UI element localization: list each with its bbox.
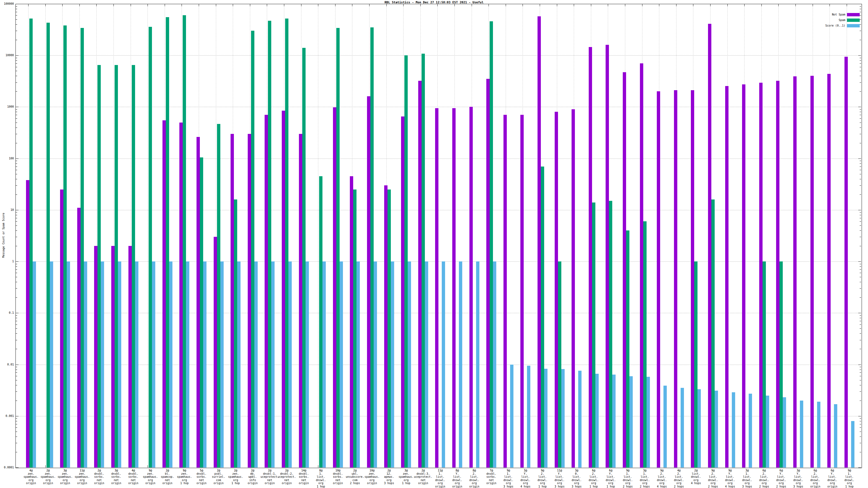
- y-tick-minor: [16, 385, 17, 385]
- y-tick-minor: [860, 376, 861, 376]
- y-tick-minor: [16, 333, 17, 334]
- y-tick-minor: [860, 163, 861, 164]
- y-tick-minor: [860, 31, 861, 31]
- y-tick-minor: [860, 6, 861, 7]
- y-tick-minor: [16, 212, 17, 213]
- y-tick-minor: [860, 91, 861, 92]
- y-tick-minor: [860, 143, 861, 143]
- y-tick-minor: [860, 427, 861, 428]
- y-tick-minor: [860, 391, 861, 392]
- bar-not-spam: [674, 90, 677, 467]
- bar-not-spam: [401, 117, 404, 467]
- y-tick-label: 10: [0, 208, 14, 212]
- bar-score: [135, 261, 138, 467]
- y-tick-minor: [16, 31, 17, 31]
- bar-score: [800, 400, 803, 467]
- bar-not-spam: [435, 108, 438, 467]
- bar-not-spam: [469, 107, 473, 467]
- x-tick: [267, 4, 267, 6]
- y-tick-major: [16, 261, 19, 262]
- bar-not-spam: [725, 86, 728, 467]
- x-tick: [233, 4, 233, 6]
- y-tick-major: [16, 210, 19, 210]
- y-tick-minor: [16, 418, 17, 419]
- x-tick: [131, 4, 131, 6]
- bar-spam: [694, 261, 698, 467]
- y-tick-minor: [860, 385, 861, 385]
- y-tick-minor: [16, 163, 17, 164]
- legend-label: Spam: [839, 18, 845, 22]
- bar-not-spam: [128, 246, 132, 467]
- y-tick-minor: [860, 63, 861, 64]
- x-tick: [45, 465, 46, 467]
- y-tick-minor: [16, 143, 17, 143]
- bar-spam: [285, 19, 288, 467]
- y-tick-minor: [16, 71, 17, 71]
- x-tick: [148, 465, 148, 467]
- bar-spam: [132, 65, 135, 467]
- x-tick: [421, 4, 421, 6]
- bar-spam: [319, 176, 322, 467]
- bar-not-spam: [537, 16, 541, 467]
- y-tick-minor: [16, 288, 17, 289]
- x-tick: [796, 4, 796, 6]
- y-tick-minor: [16, 128, 17, 128]
- y-tick-minor: [16, 443, 17, 443]
- y-tick-minor: [860, 288, 861, 289]
- y-tick-minor: [16, 67, 17, 67]
- y-tick-minor: [860, 76, 861, 76]
- y-tick-minor: [16, 277, 17, 277]
- legend-item: Spam: [773, 18, 861, 22]
- bar-not-spam: [708, 24, 711, 467]
- y-tick-minor: [860, 112, 861, 112]
- x-tick: [778, 4, 779, 6]
- y-tick-minor: [16, 424, 17, 424]
- y-tick-minor: [16, 349, 17, 349]
- x-tick: [96, 4, 97, 6]
- legend-label: Score (0..1): [826, 24, 845, 27]
- y-tick-minor: [860, 273, 861, 273]
- bar-spam: [609, 201, 612, 467]
- bar-score: [493, 261, 496, 467]
- x-tick: [506, 4, 506, 6]
- x-tick: [625, 4, 625, 6]
- y-tick-minor: [860, 67, 861, 67]
- y-tick-label: 10000: [0, 54, 14, 57]
- bar-score: [510, 365, 514, 467]
- y-tick-minor: [860, 431, 861, 432]
- bar-not-spam: [26, 180, 29, 467]
- y-tick-minor: [860, 230, 861, 231]
- bar-not-spam: [810, 76, 814, 467]
- x-gridline: [148, 4, 148, 467]
- bar-score: [391, 261, 394, 467]
- bar-score: [629, 376, 633, 467]
- x-tick: [301, 4, 302, 6]
- y-tick-minor: [860, 179, 861, 179]
- y-tick-label: 1: [0, 260, 14, 263]
- x-tick: [489, 4, 489, 6]
- bar-spam: [763, 261, 766, 467]
- y-tick-minor: [860, 83, 861, 83]
- x-tick: [369, 4, 370, 6]
- bar-score: [101, 261, 104, 467]
- y-tick-minor: [860, 277, 861, 277]
- y-tick-minor: [860, 328, 861, 329]
- y-tick-major: [858, 416, 861, 416]
- bar-spam: [558, 261, 561, 467]
- y-tick-minor: [860, 9, 861, 9]
- bar-score: [544, 369, 548, 467]
- y-tick-major: [16, 416, 19, 416]
- bar-not-spam: [77, 208, 81, 467]
- y-tick-minor: [16, 123, 17, 123]
- x-tick: [62, 4, 63, 6]
- bar-spam: [353, 190, 356, 467]
- y-tick-minor: [16, 185, 17, 186]
- x-tick: [250, 4, 250, 6]
- y-tick-label: 100: [0, 157, 14, 160]
- bar-score: [254, 261, 258, 467]
- x-axis-label: 9@ 1. list. dnswl. org 1 hop: [837, 469, 862, 488]
- y-tick-minor: [16, 436, 17, 437]
- y-tick-minor: [16, 431, 17, 432]
- bar-score: [851, 421, 855, 467]
- y-tick-minor: [16, 321, 17, 321]
